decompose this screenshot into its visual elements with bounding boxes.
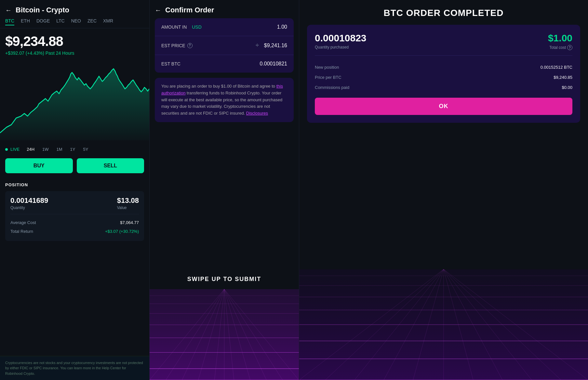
tab-ltc[interactable]: LTC [56,18,64,25]
time-tab-bar: LIVE 24H 1W 1M 1Y 5Y [0,143,149,156]
panel-order-completed: BTC ORDER COMPLETED 0.00010823 Quantity … [299,0,588,380]
commissions-row: Commissions paid $0.00 [315,82,572,92]
sell-button[interactable]: SELL [77,158,144,173]
panel2-header: ← Confirm Order [150,0,299,18]
quantity-value: 0.00141689 [10,196,48,205]
completed-top-row: 0.00010823 Quantity purchased $1.00 Tota… [315,33,572,56]
panel2-back-arrow[interactable]: ← [155,7,161,14]
est-price-row: EST PRICE ? ÷ $9,241.16 [155,36,294,55]
live-dot [5,148,8,151]
tab-neo[interactable]: NEO [71,18,81,25]
position-header: POSITION [5,182,144,187]
new-position-label: New position [315,65,339,70]
ok-button[interactable]: OK [315,98,572,115]
tab-xmr[interactable]: XMR [103,18,113,25]
panel1-title: Bitcoin - Crypto [16,6,69,14]
completed-card: 0.00010823 Quantity purchased $1.00 Tota… [307,25,580,123]
live-indicator: LIVE [5,147,20,152]
price-per-btc-row: Price per BTC $9,240.85 [315,72,572,82]
price-per-btc-label: Price per BTC [315,75,341,80]
position-top-row: 0.00141689 Quantity $13.08 Value [10,196,139,210]
disclosures-link[interactable]: Disclosures [246,111,268,116]
tab-btc[interactable]: BTC [5,18,14,25]
amount-value: 1.00 [277,24,287,30]
total-return-label: Total Return [10,229,33,234]
order-details-card: AMOUNT IN USD 1.00 EST PRICE ? ÷ $9,241.… [155,18,294,73]
grid-background-panel3 [299,269,588,380]
avg-cost-label: Average Cost [10,220,36,225]
commissions-label: Commissions paid [315,85,349,90]
grid-svg-panel3 [299,269,588,380]
total-return-value: +$3.07 (+30.72%) [105,229,139,234]
grid-svg-panel2 [150,289,299,380]
chart-area [0,58,149,143]
trade-buttons: BUY SELL [0,156,149,178]
tab-1m[interactable]: 1M [53,146,66,153]
quantity-purchased-value: 0.00010823 [315,33,367,44]
position-details: Average Cost $7,064.77 Total Return +$3.… [10,214,139,236]
total-cost-label: Total cost ? [548,45,572,50]
price-change: +$392.07 (+4.43%) Past 24 Hours [5,50,144,56]
perspective-grid-panel2 [150,289,299,380]
order-disclaimer: You are placing an order to buy $1.00 of… [155,78,294,122]
avg-cost-row: Average Cost $7,064.77 [10,218,139,227]
price-per-btc-value: $9,240.85 [554,75,572,80]
new-position-value: 0.00152512 BTC [541,65,572,70]
est-btc-value: 0.00010821 [260,61,287,67]
main-price: $9,234.88 [5,34,144,49]
tab-1y[interactable]: 1Y [67,146,79,153]
total-cost-value: $1.00 [548,33,572,44]
tab-1w[interactable]: 1W [39,146,52,153]
price-section: $9,234.88 +$392.07 (+4.43%) Past 24 Hour… [0,28,149,58]
est-price-right: ÷ $9,241.16 [256,42,287,49]
new-position-row: New position 0.00152512 BTC [315,62,572,72]
commissions-value: $0.00 [562,85,572,90]
swipe-text: SWIPE UP TO SUBMIT [187,276,261,283]
buy-button[interactable]: BUY [5,158,73,173]
total-cost-section: $1.00 Total cost ? [548,33,572,50]
quantity-section: 0.00141689 Quantity [10,196,48,210]
tab-doge[interactable]: DOGE [36,18,50,25]
disclaimer-box: Cryptocurrencies are not stocks and your… [0,356,149,380]
completed-title: BTC ORDER COMPLETED [304,8,583,18]
panel-confirm-order: ← Confirm Order AMOUNT IN USD 1.00 EST P… [150,0,299,380]
total-return-row: Total Return +$3.07 (+30.72%) [10,227,139,236]
price-chart [0,58,149,140]
est-btc-label: EST BTC [161,61,180,66]
panel-bitcoin-chart: ← Bitcoin - Crypto BTC ETH DOGE LTC NEO … [0,0,150,380]
panel3-header: BTC ORDER COMPLETED [299,0,588,25]
value-label: Value [117,205,139,210]
disclaimer-text: Cryptocurrencies are not stocks and your… [5,360,144,376]
quantity-purchased-label: Quantity purchased [315,45,367,49]
back-arrow-icon[interactable]: ← [5,7,12,14]
quantity-label: Quantity [10,205,48,210]
value-section: $13.08 Value [117,196,139,210]
swipe-section: SWIPE UP TO SUBMIT [150,269,299,380]
amount-label: AMOUNT IN USD [161,24,202,30]
disclaimer-text-before: You are placing an order to buy $1.00 of… [161,84,276,89]
est-price-help-icon[interactable]: ? [187,43,193,48]
panel2-title: Confirm Order [165,6,214,14]
position-card: 0.00141689 Quantity $13.08 Value Average… [5,191,144,241]
divider-icon: ÷ [256,42,259,49]
tab-live[interactable]: LIVE [10,147,20,152]
avg-cost-value: $7,064.77 [120,220,139,225]
tab-zec[interactable]: ZEC [87,18,97,25]
est-price-label: EST PRICE ? [161,43,193,48]
est-price-value: $9,241.16 [264,43,287,49]
total-cost-help-icon[interactable]: ? [567,45,572,50]
amount-row: AMOUNT IN USD 1.00 [155,18,294,36]
quantity-purchased-section: 0.00010823 Quantity purchased [315,33,367,49]
position-dollar-value: $13.08 [117,196,139,205]
tab-5y[interactable]: 5Y [80,146,92,153]
panel1-header: ← Bitcoin - Crypto [0,0,149,18]
tab-24h[interactable]: 24H [23,146,38,153]
tab-eth[interactable]: ETH [21,18,30,25]
position-section: POSITION 0.00141689 Quantity $13.08 Valu… [0,178,149,246]
crypto-tab-bar: BTC ETH DOGE LTC NEO ZEC XMR [0,18,149,28]
est-btc-row: EST BTC 0.00010821 [155,55,294,73]
